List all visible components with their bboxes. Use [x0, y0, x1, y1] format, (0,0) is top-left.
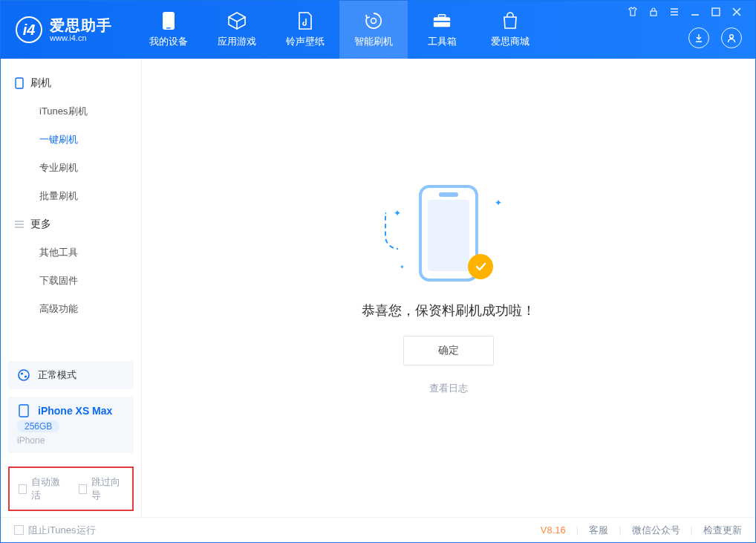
- svg-point-12: [25, 375, 27, 377]
- nav-tabs: 我的设备 应用游戏 铃声壁纸 智能刷机: [134, 1, 544, 59]
- tab-smart-flash[interactable]: 智能刷机: [339, 1, 408, 59]
- tab-label: 我的设备: [149, 35, 188, 48]
- footer-right: V8.16 | 客服 | 微信公众号 | 检查更新: [541, 524, 742, 537]
- header: i4 爱思助手 www.i4.cn 我的设备 应用游戏: [1, 1, 755, 59]
- view-log-link[interactable]: 查看日志: [429, 382, 468, 395]
- cube-icon: [227, 11, 247, 30]
- checkbox-box-icon: [19, 484, 27, 494]
- music-file-icon: [296, 11, 315, 30]
- device-card[interactable]: iPhone XS Max 256GB iPhone: [8, 397, 134, 453]
- tab-label: 工具箱: [428, 35, 457, 48]
- checkbox-label: 跳过向导: [91, 475, 123, 502]
- list-icon: [14, 219, 25, 230]
- sidebar-item-advanced[interactable]: 高级功能: [1, 295, 141, 323]
- tab-ring-wallpaper[interactable]: 铃声壁纸: [271, 1, 339, 59]
- sidebar: 刷机 iTunes刷机 一键刷机 专业刷机 批量刷机 更多 其他工具 下载固件 …: [1, 59, 142, 517]
- logo: i4 爱思助手 www.i4.cn: [16, 16, 112, 43]
- checkbox-box-icon: [14, 525, 24, 535]
- section-label: 更多: [30, 218, 51, 231]
- sidebar-item-download-firmware[interactable]: 下载固件: [1, 267, 141, 295]
- sidebar-item-pro-flash[interactable]: 专业刷机: [1, 154, 141, 182]
- svg-rect-4: [438, 15, 445, 18]
- svg-rect-7: [712, 8, 720, 16]
- footer: 阻止iTunes运行 V8.16 | 客服 | 微信公众号 | 检查更新: [1, 517, 755, 542]
- checkbox-block-itunes[interactable]: 阻止iTunes运行: [14, 524, 96, 537]
- svg-rect-3: [434, 17, 450, 27]
- checkbox-label: 自动激活: [31, 475, 63, 502]
- tab-label: 应用游戏: [218, 35, 256, 48]
- header-right: [628, 1, 742, 59]
- tab-store[interactable]: 爱思商城: [476, 1, 544, 59]
- sidebar-item-batch-flash[interactable]: 批量刷机: [1, 182, 141, 210]
- device-icon: [14, 78, 25, 88]
- svg-point-8: [730, 35, 734, 39]
- tab-label: 智能刷机: [354, 35, 393, 48]
- device-name: iPhone XS Max: [38, 405, 112, 417]
- logo-icon: i4: [16, 16, 42, 43]
- sparkle-icon: ✦: [495, 198, 502, 208]
- main-content: ✦ ✦ ✦ 恭喜您，保资料刷机成功啦！ 确定 查看日志: [142, 59, 755, 517]
- support-link[interactable]: 客服: [589, 524, 608, 537]
- sidebar-section-more: 更多: [1, 210, 141, 238]
- check-update-link[interactable]: 检查更新: [703, 524, 742, 537]
- tab-my-device[interactable]: 我的设备: [134, 1, 203, 59]
- svg-point-11: [21, 372, 23, 374]
- divider: |: [619, 524, 621, 536]
- sidebar-options-highlight: 自动激活 跳过向导: [8, 466, 134, 511]
- mode-label: 正常模式: [38, 368, 76, 382]
- device-type: iPhone: [17, 435, 45, 446]
- checkbox-box-icon: [79, 484, 87, 494]
- checkbox-label: 阻止iTunes运行: [28, 524, 96, 537]
- success-illustration: ✦ ✦ ✦: [389, 181, 508, 285]
- download-button[interactable]: [688, 27, 709, 48]
- sidebar-item-oneclick-flash[interactable]: 一键刷机: [1, 126, 141, 154]
- toolbox-icon: [432, 11, 452, 30]
- device-capacity: 256GB: [17, 420, 59, 432]
- divider: |: [691, 524, 693, 536]
- phone-icon: [159, 11, 178, 30]
- tab-label: 爱思商城: [491, 35, 529, 48]
- sparkle-icon: ✦: [400, 264, 405, 270]
- svg-point-10: [19, 370, 29, 380]
- close-icon[interactable]: [731, 7, 742, 17]
- checkbox-skip-guide[interactable]: 跳过向导: [79, 475, 124, 502]
- svg-point-2: [371, 19, 377, 24]
- logo-text: 爱思助手 www.i4.cn: [50, 17, 112, 42]
- header-circle-buttons: [688, 27, 742, 53]
- tshirt-icon[interactable]: [628, 7, 638, 17]
- check-badge-icon: [468, 254, 493, 279]
- user-button[interactable]: [721, 27, 742, 48]
- tab-apps-games[interactable]: 应用游戏: [203, 1, 271, 59]
- svg-rect-5: [434, 21, 450, 22]
- mode-card[interactable]: 正常模式: [8, 361, 134, 389]
- svg-rect-1: [166, 27, 171, 29]
- brand-subtitle: www.i4.cn: [50, 33, 112, 42]
- sidebar-item-other-tools[interactable]: 其他工具: [1, 238, 141, 267]
- tab-label: 铃声壁纸: [286, 35, 325, 48]
- minimize-icon[interactable]: [690, 7, 700, 17]
- bag-icon: [501, 11, 520, 30]
- svg-rect-6: [651, 11, 656, 16]
- app-window: i4 爱思助手 www.i4.cn 我的设备 应用游戏: [0, 0, 756, 543]
- divider: |: [576, 524, 579, 536]
- checkbox-auto-activate[interactable]: 自动激活: [19, 475, 64, 502]
- sparkle-icon: ✦: [394, 208, 401, 218]
- device-phone-icon: [17, 404, 30, 417]
- brand-title: 爱思助手: [50, 17, 112, 33]
- body: 刷机 iTunes刷机 一键刷机 专业刷机 批量刷机 更多 其他工具 下载固件 …: [1, 59, 755, 517]
- tab-toolbox[interactable]: 工具箱: [408, 1, 476, 59]
- menu-icon[interactable]: [669, 7, 680, 17]
- sidebar-section-flash: 刷机: [1, 69, 141, 97]
- version-label: V8.16: [541, 524, 566, 536]
- confirm-button[interactable]: 确定: [403, 336, 494, 365]
- lock-icon[interactable]: [648, 7, 659, 17]
- maximize-icon[interactable]: [711, 7, 721, 17]
- window-controls: [628, 7, 742, 17]
- wechat-link[interactable]: 微信公众号: [632, 524, 680, 537]
- svg-rect-13: [19, 405, 28, 417]
- sidebar-item-itunes-flash[interactable]: iTunes刷机: [1, 97, 141, 126]
- success-message: 恭喜您，保资料刷机成功啦！: [362, 302, 535, 319]
- section-label: 刷机: [30, 77, 51, 90]
- mode-icon: [17, 368, 30, 382]
- svg-rect-9: [16, 78, 23, 88]
